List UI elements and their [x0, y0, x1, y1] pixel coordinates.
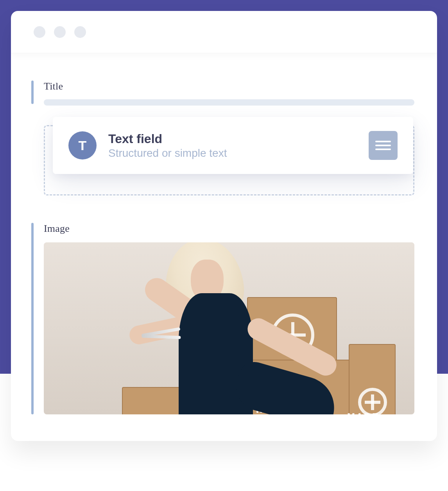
window-control-dot[interactable]: [34, 26, 45, 38]
badge-letter: T: [79, 138, 87, 153]
text-field-card[interactable]: T Text field Structured or simple text: [53, 117, 413, 174]
field-accent: [31, 223, 34, 414]
card-title: Text field: [108, 132, 357, 146]
title-input[interactable]: [44, 99, 414, 106]
field-dropzone[interactable]: T Text field Structured or simple text: [44, 125, 414, 195]
handle-line: [375, 141, 391, 142]
box-brand-text: MADE: [347, 411, 380, 414]
title-field-block: Title T Text field Structured or simple …: [34, 81, 414, 195]
image-field-block: Image MADE MADE: [34, 223, 414, 414]
box-shape: MADE: [349, 344, 396, 414]
window-titlebar: [11, 11, 437, 53]
handle-line: [375, 145, 391, 146]
title-field-label: Title: [44, 81, 414, 92]
handle-line: [375, 149, 391, 150]
window-control-dot[interactable]: [74, 26, 86, 38]
card-subtitle: Structured or simple text: [108, 147, 357, 159]
text-field-badge-icon: T: [68, 131, 97, 159]
card-text: Text field Structured or simple text: [108, 132, 357, 159]
image-field-label: Image: [44, 223, 414, 235]
editor-content: Title T Text field Structured or simple …: [11, 53, 437, 414]
field-accent: [31, 81, 34, 104]
browser-window: Title T Text field Structured or simple …: [11, 11, 437, 441]
image-preview[interactable]: MADE MADE: [44, 242, 414, 414]
plus-circle-icon: [358, 388, 387, 414]
drag-handle-icon[interactable]: [369, 131, 398, 160]
window-control-dot[interactable]: [54, 26, 66, 38]
